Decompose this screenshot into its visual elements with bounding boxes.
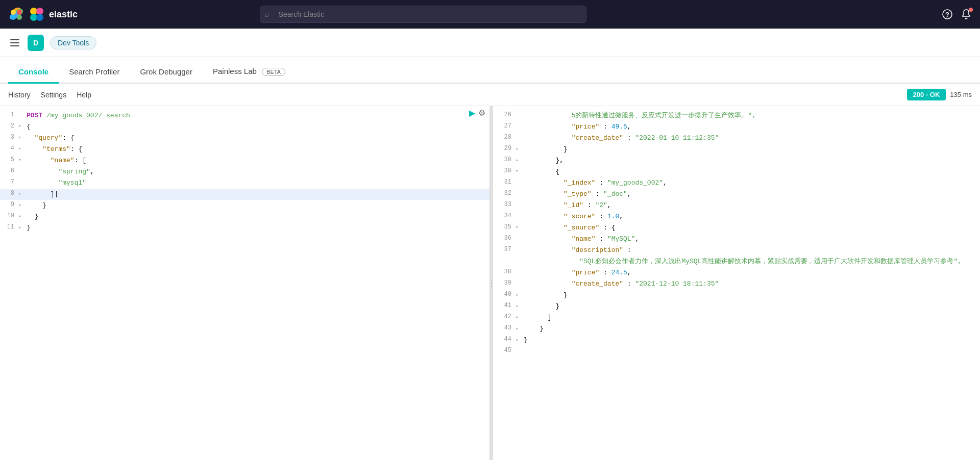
top-navigation: elastic ⌕ ? [0, 0, 980, 29]
code-line: 2 ▾ { [0, 121, 489, 133]
code-line: 11 ▴ } [0, 222, 489, 234]
resp-line: 26 5的新特性通过微服务、反应式开发进一步提升了生产效率。", [493, 110, 980, 121]
code-editor-lines[interactable]: 1 POST /my_goods_002/_search 2 ▾ { 3 ▾ "… [0, 106, 489, 238]
code-line: 10 ▴ } [0, 211, 489, 222]
global-search-bar[interactable]: ⌕ [260, 6, 586, 23]
resp-line: 30 ▴ }, [493, 155, 980, 166]
resp-line: 32 "_type" : "_doc", [493, 189, 980, 200]
status-badge: 200 - OK [907, 89, 946, 100]
help-button[interactable]: Help [77, 89, 91, 101]
hamburger-line-3 [10, 45, 19, 46]
code-line: 5 ▾ "name": [ [0, 155, 489, 166]
resp-line: 36 "name" : "MySQL", [493, 234, 980, 245]
code-line: 6 "spring", [0, 166, 489, 177]
breadcrumb-bar: D Dev Tools [0, 29, 980, 57]
hamburger-line-1 [10, 39, 19, 40]
resp-line: 38 "price" : 24.5, [493, 267, 980, 278]
svg-point-7 [11, 15, 16, 20]
notifications-button[interactable] [961, 9, 972, 20]
tab-console[interactable]: Console [8, 61, 59, 84]
editor-container: ▶ ⚙ 1 POST /my_goods_002/_search 2 ▾ { 3… [0, 106, 980, 460]
svg-text:?: ? [945, 11, 949, 18]
history-button[interactable]: History [8, 89, 31, 101]
resp-line: 30 ▾ { [493, 166, 980, 177]
resp-line: 29 ▴ } [493, 144, 980, 155]
resp-line: 39 "create_date" : "2021-12-10 18:11:35" [493, 278, 980, 290]
code-line: 9 ▴ } [0, 200, 489, 211]
response-content: 26 5的新特性通过微服务、反应式开发进一步提升了生产效率。", 27 "pri… [493, 106, 980, 361]
settings-button[interactable]: Settings [41, 89, 67, 101]
code-line-active: 8 ▴ ]| [0, 189, 489, 200]
svg-point-11 [36, 14, 43, 21]
resp-line: 35 ▾ "_source" : { [493, 222, 980, 234]
resp-line: 34 "_score" : 1.0, [493, 211, 980, 222]
svg-point-8 [30, 8, 37, 15]
editor-action-toolbar: ▶ ⚙ [469, 108, 485, 118]
resp-line: 45 [493, 346, 980, 357]
resp-line: 43 ▴ } [493, 323, 980, 335]
run-button[interactable]: ▶ [469, 108, 475, 118]
svg-point-4 [11, 10, 16, 15]
svg-point-10 [30, 14, 37, 21]
resp-line: 40 ▴ } [493, 290, 980, 301]
nav-right-actions: ? [942, 9, 972, 20]
query-editor[interactable]: ▶ ⚙ 1 POST /my_goods_002/_search 2 ▾ { 3… [0, 106, 490, 460]
editor-toolbar: History Settings Help 200 - OK 135 ms [0, 84, 980, 106]
resp-line: 33 "_id" : "2", [493, 200, 980, 211]
help-nav-button[interactable]: ? [942, 9, 952, 19]
hamburger-line-2 [10, 42, 19, 43]
code-line: 1 POST /my_goods_002/_search [0, 110, 489, 121]
logo-svg [29, 6, 45, 22]
user-avatar: D [28, 35, 44, 51]
global-search-input[interactable] [260, 6, 586, 23]
elastic-logo[interactable]: elastic [8, 6, 78, 22]
app-breadcrumb[interactable]: Dev Tools [50, 36, 96, 49]
resp-line: "SQL必知必会作者力作，深入浅出MySQL高性能讲解技术内幕，紧贴实战需要，适… [493, 256, 980, 267]
svg-point-6 [17, 15, 22, 20]
resp-line: 44 ▴ } [493, 335, 980, 346]
resp-line: 41 ▴ } [493, 301, 980, 312]
help-circle-icon: ? [942, 9, 952, 19]
tab-search-profiler[interactable]: Search Profiler [59, 61, 130, 84]
code-line: 3 ▾ "query": { [0, 133, 489, 144]
painless-lab-label: Painless Lab [213, 67, 257, 75]
resp-line: 42 ▴ ] [493, 312, 980, 323]
resp-line: 31 "_index" : "my_goods_002", [493, 177, 980, 189]
resp-line: 27 "price" : 49.5, [493, 121, 980, 133]
wrench-button[interactable]: ⚙ [478, 108, 485, 118]
hamburger-menu-button[interactable] [8, 37, 21, 48]
resp-line: 37 "description" : [493, 245, 980, 256]
beta-badge: BETA [262, 68, 285, 76]
tabs-bar: Console Search Profiler Grok Debugger Pa… [0, 57, 980, 84]
svg-point-5 [17, 10, 22, 15]
tab-painless-lab[interactable]: Painless Lab BETA [203, 61, 296, 84]
code-line: 4 ▾ "terms": { [0, 144, 489, 155]
search-icon: ⌕ [265, 10, 269, 18]
tab-grok-debugger[interactable]: Grok Debugger [130, 61, 203, 84]
elastic-logo-icon [8, 6, 24, 22]
resp-line: 28 "create_date" : "2022-01-10 11:12:35" [493, 133, 980, 144]
svg-point-9 [36, 8, 43, 15]
elastic-text: elastic [49, 9, 78, 20]
response-time: 135 ms [950, 91, 972, 98]
response-panel[interactable]: 26 5的新特性通过微服务、反应式开发进一步提升了生产效率。", 27 "pri… [493, 106, 980, 460]
code-line: 7 "mysql" [0, 177, 489, 189]
notification-badge [969, 8, 973, 12]
